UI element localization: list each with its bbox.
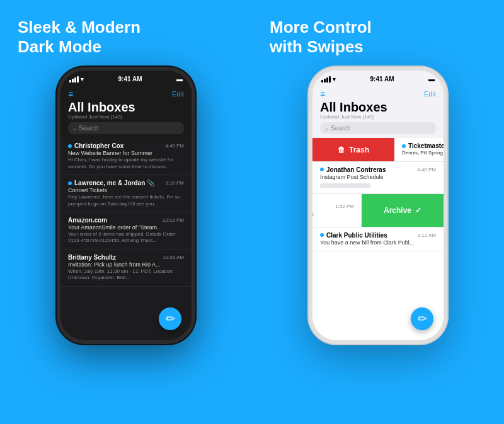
inbox-subtitle-left: Updated Just Now (143): [68, 114, 184, 120]
email-item-r4[interactable]: Clark Public Utilities 9:11 AM You have …: [312, 227, 444, 251]
sender-3: Amazon.com: [68, 217, 107, 224]
sender-4: Brittany Schultz: [68, 254, 116, 261]
left-section: Sleek & ModernDark Mode ▾ 9:41 AM ▬: [0, 0, 252, 424]
unread-dot-r4: [320, 233, 324, 237]
archive-action[interactable]: Archive ✓: [362, 194, 444, 227]
swipe-row-3: Archive ✓ 1:52 PM: [312, 194, 444, 227]
status-time-right: 9:41 AM: [370, 76, 394, 83]
battery-area-left: ▬: [176, 76, 183, 83]
right-section: More Controlwith Swipes ▾ 9:41 AM ▬: [252, 0, 504, 424]
trash-icon: 🗑: [338, 146, 345, 154]
wifi-icon-left: ▾: [81, 76, 84, 83]
email-item-3[interactable]: Amazon.com 12:19 PM Your AmazonSmile ord…: [60, 212, 192, 249]
subject-r4: You have a new bill from Clark Publ...: [320, 239, 436, 246]
menu-icon-right[interactable]: ≡: [320, 89, 325, 99]
subject-3: Your AmazonSmile order of "Steam...: [68, 224, 184, 231]
bar3: [74, 77, 76, 83]
subject-1: New Website Banner for Summer: [68, 150, 184, 156]
rbar1: [321, 80, 323, 83]
unread-dot-r2: [320, 168, 324, 171]
bar4: [77, 76, 79, 83]
left-title: Sleek & ModernDark Mode: [0, 18, 252, 57]
inbox-title-right: All Inboxes: [320, 100, 436, 114]
right-phone: ▾ 9:41 AM ▬ ≡ Edit All Inboxes Updated J…: [309, 67, 447, 344]
rbar4: [329, 76, 331, 83]
email-item-1[interactable]: Christopher Cox 4:40 PM New Website Bann…: [60, 138, 192, 175]
email-item-r1[interactable]: Ticketmaster Dennis, Fill Spring...: [394, 138, 444, 161]
search-icon-right: ⌕: [325, 125, 328, 132]
edit-button-left[interactable]: Edit: [172, 90, 184, 98]
mail-nav-left: ≡ Edit: [68, 89, 184, 99]
signal-area-left: ▾: [69, 76, 84, 83]
trash-action[interactable]: 🗑 Trash: [312, 138, 394, 161]
menu-icon-left[interactable]: ≡: [68, 89, 73, 99]
battery-icon-right: ▬: [428, 76, 435, 83]
preview-3: Your order of 2 items has shipped. Detai…: [68, 231, 184, 244]
sender-r4: Clark Public Utilities: [326, 232, 387, 239]
sender-1: Christopher Cox: [74, 142, 123, 149]
ph-subject: [312, 212, 314, 217]
swipe-row-1: 🗑 Trash Ticketmaster Dennis, Fill Spring…: [312, 138, 444, 161]
checkmark-icon: ✓: [415, 206, 421, 215]
battery-icon-left: ▬: [176, 76, 183, 83]
unread-dot-1: [68, 144, 72, 148]
signal-bars-right: [321, 76, 331, 83]
inbox-title-left: All Inboxes: [68, 100, 184, 114]
rbar3: [326, 77, 328, 83]
preview-2: Hey Lawrence, here are the concert ticke…: [68, 194, 184, 207]
time-1: 4:40 PM: [165, 143, 184, 149]
unread-dot-r1: [402, 144, 406, 148]
email-item-4[interactable]: Brittany Schultz 11:03 AM Invitation: Pi…: [60, 249, 192, 287]
search-icon-left: ⌕: [73, 125, 76, 132]
search-bar-left[interactable]: ⌕ Search: [68, 122, 184, 134]
unread-dot-2: [68, 181, 72, 185]
subject-4: Invitation: Pick up lunch from Rio A...: [68, 261, 184, 268]
signal-area-right: ▾: [321, 76, 336, 83]
time-4: 11:03 AM: [163, 255, 184, 260]
bar2: [72, 79, 74, 83]
placeholder-line-1: [320, 183, 370, 188]
archive-label: Archive: [384, 206, 411, 215]
rbar2: [324, 79, 326, 83]
status-bar-right: ▾ 9:41 AM ▬: [312, 71, 444, 85]
battery-area-right: ▬: [428, 76, 435, 83]
sender-2: Lawrence, me & Jordan 📎: [74, 180, 154, 186]
preview-4: When: July 19th, 11:30 am - 11: PDT. Loc…: [68, 268, 184, 282]
search-placeholder-right: Search: [331, 125, 351, 132]
right-title: More Controlwith Swipes: [252, 18, 504, 57]
time-r2: 4:40 PM: [417, 167, 436, 173]
status-bar-left: ▾ 9:41 AM ▬: [60, 71, 192, 85]
time-r4: 9:11 AM: [418, 232, 436, 238]
trash-label: Trash: [349, 146, 369, 154]
email-item-r3[interactable]: 1:52 PM: [312, 194, 362, 227]
left-phone: ▾ 9:41 AM ▬ ≡ Edit All Inboxes Updated J…: [57, 67, 195, 344]
preview-1: Hi Chris, I was hoping to update my webs…: [68, 157, 184, 170]
mail-header-left: ≡ Edit All Inboxes Updated Just Now (143…: [60, 85, 192, 138]
wifi-icon-right: ▾: [333, 76, 336, 83]
preview-r1: Dennis, Fill Spring...: [402, 150, 444, 156]
subject-2: Concert Tickets: [68, 187, 184, 193]
signal-bars-left: [69, 76, 79, 83]
mail-header-right: ≡ Edit All Inboxes Updated Just Now (143…: [312, 85, 444, 138]
inbox-subtitle-right: Updated Just Now (143): [320, 114, 436, 120]
search-bar-right[interactable]: ⌕ Search: [320, 122, 436, 134]
email-item-2[interactable]: Lawrence, me & Jordan 📎 3:16 PM Concert …: [60, 175, 192, 212]
email-item-r2[interactable]: Jonathan Contreras 4:40 PM Instagram Pos…: [312, 162, 444, 194]
subject-r2: Instagram Post Schedule: [320, 174, 436, 180]
bar1: [69, 80, 71, 83]
sender-r2: Jonathan Contreras: [326, 166, 386, 173]
search-placeholder-left: Search: [79, 125, 99, 132]
sender-r1: Ticketmaster: [408, 142, 444, 149]
mail-nav-right: ≡ Edit: [320, 89, 436, 99]
time-3: 12:19 PM: [163, 217, 184, 223]
status-time-left: 9:41 AM: [118, 76, 142, 83]
time-r3: 1:52 PM: [335, 203, 354, 209]
time-2: 3:16 PM: [165, 180, 184, 186]
edit-button-right[interactable]: Edit: [424, 90, 436, 98]
